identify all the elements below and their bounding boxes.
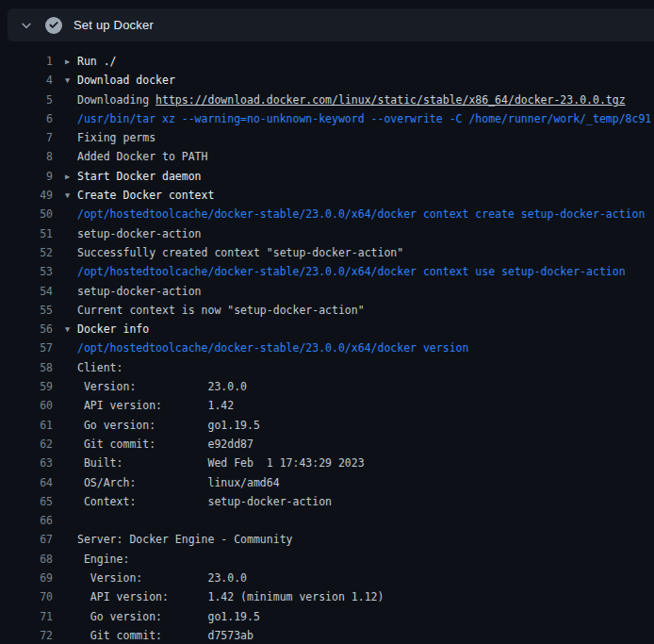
log-group-title[interactable]: Create Docker context	[77, 189, 214, 202]
log-text: setup-docker-action	[77, 282, 654, 301]
log-line: 65 Context: setup-docker-action	[0, 492, 654, 511]
line-number[interactable]: 5	[0, 91, 53, 109]
line-number[interactable]: 69	[0, 569, 53, 587]
line-gutter	[53, 550, 77, 569]
log-text: Go version: go1.19.5	[77, 607, 654, 626]
line-gutter	[53, 243, 77, 262]
line-gutter	[53, 262, 77, 281]
line-number[interactable]: 53	[0, 262, 53, 281]
line-gutter	[53, 435, 77, 454]
step-title: Set up Docker	[74, 18, 154, 32]
line-number[interactable]: 61	[0, 416, 53, 435]
line-number[interactable]: 66	[0, 511, 53, 530]
line-number[interactable]: 60	[0, 396, 53, 415]
line-number[interactable]: 1	[0, 52, 53, 71]
log-text-segment: setup-docker-action	[77, 285, 202, 298]
log-command-text: /opt/hostedtoolcache/docker-stable/23.0.…	[77, 265, 626, 278]
expand-arrow-icon[interactable]: ▶	[53, 167, 77, 186]
log-line: 6/usr/bin/tar xz --warning=no-unknown-ke…	[0, 109, 654, 128]
line-number[interactable]: 63	[0, 454, 53, 472]
expand-arrow-icon[interactable]: ▶	[53, 52, 77, 71]
step-header[interactable]: Set up Docker	[8, 8, 654, 41]
log-line: 72 Git commit: d7573ab	[0, 626, 654, 644]
line-number[interactable]: 54	[0, 282, 53, 301]
log-line: 55Current context is now "setup-docker-a…	[0, 301, 654, 320]
line-gutter	[53, 530, 77, 549]
line-number[interactable]: 55	[0, 301, 53, 320]
log-line: 1▶Run ./	[0, 52, 654, 71]
log-text: Context: setup-docker-action	[77, 492, 654, 511]
line-number[interactable]: 9	[0, 167, 53, 186]
log-line: 8Added Docker to PATH	[0, 147, 654, 166]
log-line: 67Server: Docker Engine - Community	[0, 530, 654, 549]
log-text: Engine:	[77, 550, 654, 569]
line-number[interactable]: 51	[0, 224, 53, 243]
log-text-segment: Server: Docker Engine - Community	[77, 533, 292, 546]
line-gutter	[53, 147, 77, 166]
collapse-arrow-icon[interactable]: ▼	[53, 186, 77, 205]
line-number[interactable]: 72	[0, 626, 53, 644]
log-command-text: /opt/hostedtoolcache/docker-stable/23.0.…	[77, 341, 468, 355]
log-line: 52Successfully created context "setup-do…	[0, 243, 654, 262]
log-line: 57/opt/hostedtoolcache/docker-stable/23.…	[0, 339, 654, 357]
line-number[interactable]: 7	[0, 128, 53, 147]
log-text: OS/Arch: linux/amd64	[77, 473, 654, 492]
log-text-segment: OS/Arch: linux/amd64	[77, 476, 280, 489]
log-line: 71 Go version: go1.19.5	[0, 607, 654, 626]
line-number[interactable]: 71	[0, 607, 53, 626]
log-line: 50/opt/hostedtoolcache/docker-stable/23.…	[0, 205, 654, 223]
line-gutter	[53, 128, 77, 147]
log-line: 49▼Create Docker context	[0, 186, 654, 205]
log-text-segment: Go version: go1.19.5	[77, 610, 260, 623]
log-text: Downloading https://download.docker.com/…	[77, 91, 654, 109]
line-number[interactable]: 65	[0, 492, 53, 511]
collapse-arrow-icon[interactable]: ▼	[53, 71, 77, 90]
log-text-segment: Fixing perms	[77, 131, 155, 144]
log-text-segment: Version: 23.0.0	[77, 571, 247, 585]
log-line: 7Fixing perms	[0, 128, 654, 147]
collapse-arrow-icon[interactable]: ▼	[53, 320, 77, 339]
log-group-title[interactable]: Download docker	[77, 74, 175, 87]
line-gutter	[53, 224, 77, 243]
log-group-title[interactable]: Docker info	[77, 322, 149, 336]
line-gutter	[53, 377, 77, 396]
log-text: Version: 23.0.0	[77, 569, 654, 587]
line-gutter	[53, 416, 77, 435]
line-gutter	[53, 511, 77, 530]
line-number[interactable]: 8	[0, 147, 53, 166]
log-line: 54setup-docker-action	[0, 282, 654, 301]
line-number[interactable]: 56	[0, 320, 53, 339]
log-line: 64 OS/Arch: linux/amd64	[0, 473, 654, 492]
log-line: 66	[0, 511, 654, 530]
line-number[interactable]: 50	[0, 205, 53, 223]
log-text: Current context is now "setup-docker-act…	[77, 301, 654, 320]
line-number[interactable]: 67	[0, 530, 53, 549]
line-number[interactable]: 57	[0, 339, 53, 357]
line-number[interactable]: 62	[0, 435, 53, 454]
line-number[interactable]: 52	[0, 243, 53, 262]
log-group-title[interactable]: Start Docker daemon	[77, 170, 202, 183]
line-gutter	[53, 473, 77, 492]
line-number[interactable]: 64	[0, 473, 53, 492]
line-number[interactable]: 49	[0, 186, 53, 205]
line-number[interactable]: 4	[0, 71, 53, 90]
line-number[interactable]: 70	[0, 587, 53, 606]
line-number[interactable]: 6	[0, 109, 53, 128]
log-group-title[interactable]: Run ./	[77, 55, 117, 68]
log-text-segment: Current context is now "setup-docker-act…	[77, 304, 365, 317]
line-number[interactable]: 58	[0, 358, 53, 377]
log-text: Successfully created context "setup-dock…	[77, 243, 654, 262]
log-command-text: /opt/hostedtoolcache/docker-stable/23.0.…	[77, 207, 645, 221]
line-number[interactable]: 68	[0, 550, 53, 569]
log-line: 58Client:	[0, 358, 654, 377]
log-text: /opt/hostedtoolcache/docker-stable/23.0.…	[77, 205, 654, 223]
log-text: Go version: go1.19.5	[77, 416, 654, 435]
log-line: 61 Go version: go1.19.5	[0, 416, 654, 435]
log-link[interactable]: https://download.docker.com/linux/static…	[155, 93, 626, 107]
line-gutter	[53, 454, 77, 472]
line-number[interactable]: 59	[0, 377, 53, 396]
log-line: 9▶Start Docker daemon	[0, 167, 654, 186]
log-text: Git commit: d7573ab	[77, 626, 654, 644]
log-text: Docker info	[77, 320, 654, 339]
chevron-down-icon[interactable]	[20, 19, 33, 32]
